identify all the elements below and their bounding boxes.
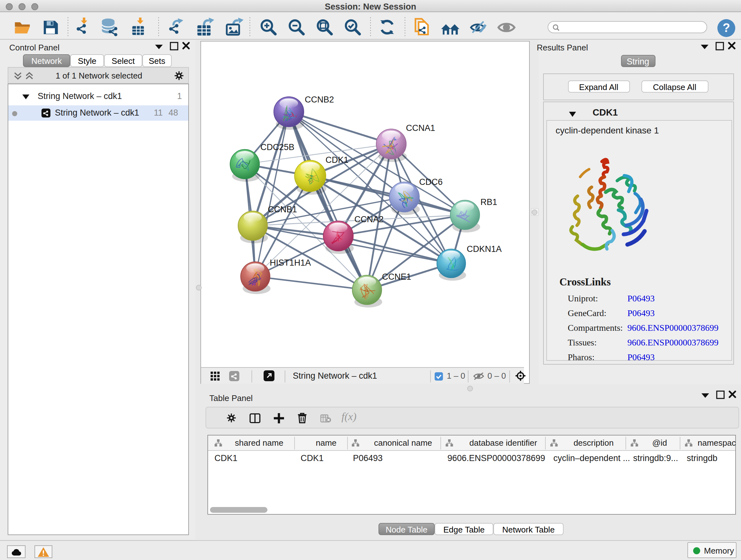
svg-text:CCNB2: CCNB2 — [305, 95, 334, 104]
svg-text:CCNA1: CCNA1 — [406, 123, 435, 132]
svg-text:CCNA2: CCNA2 — [354, 214, 384, 224]
svg-text:CCNB1: CCNB1 — [268, 204, 297, 214]
svg-text:CDKN1A: CDKN1A — [467, 244, 502, 253]
svg-text:HIST1H1A: HIST1H1A — [270, 258, 311, 267]
svg-text:CDC6: CDC6 — [419, 177, 443, 186]
svg-text:CCNE1: CCNE1 — [382, 272, 411, 281]
svg-text:CDC25B: CDC25B — [260, 142, 294, 152]
svg-text:CDK1: CDK1 — [326, 155, 348, 165]
svg-text:RB1: RB1 — [481, 197, 497, 206]
